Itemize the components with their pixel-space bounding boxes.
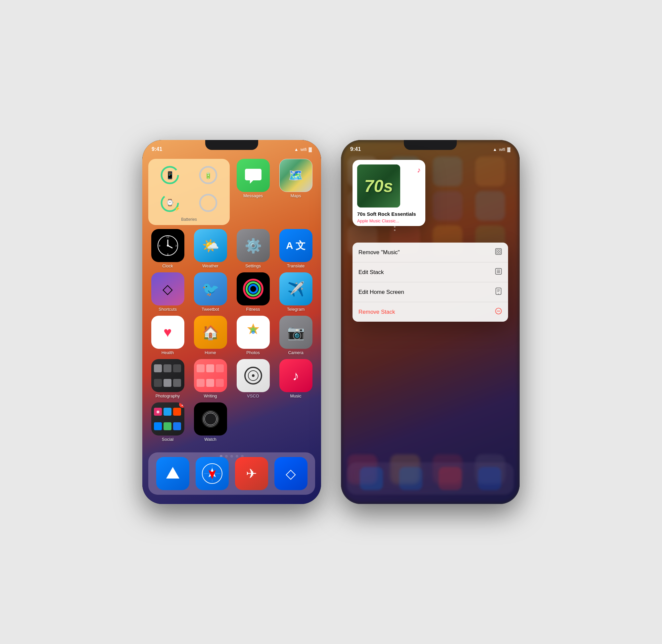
app-telegram[interactable]: ✈️ Telegram [276,272,315,312]
batteries-widget[interactable]: 📱 🔋 ⌚ [148,159,230,225]
app-music[interactable]: ♪ Music [276,359,315,398]
status-time-right: 9:41 [350,146,361,152]
app-icon-messages [237,159,270,192]
status-time-left: 9:41 [152,146,162,152]
dock-dropbox[interactable]: ◇ [274,457,307,490]
menu-item-remove-music[interactable]: Remove "Music" [352,243,508,262]
app-label-clock: Clock [162,263,173,268]
app-label-settings: Settings [245,263,261,268]
dock-spark[interactable]: ✈ [235,457,268,490]
battery-empty-circle [198,193,218,213]
app-tweetbot[interactable]: 🐦 Tweetbot [191,272,230,312]
app-label-maps: Maps [291,193,301,198]
battery-icon-right: ▓ [507,147,510,152]
battery-icon: ▓ [309,147,312,152]
dock-appstore[interactable]: A [156,457,189,490]
remove-stack-label: Remove Stack [359,309,395,315]
app-social[interactable]: ◉ 1 Social [148,402,187,442]
app-maps[interactable]: 🗺️ Maps [276,159,315,225]
music-info: 70s Soft Rock Essentials Apple Music Cla… [357,211,421,223]
app-icon-settings: ⚙️ [237,229,270,262]
svg-text:9: 9 [159,244,160,247]
svg-text:A: A [169,468,176,479]
app-label-telegram: Telegram [287,307,304,312]
right-phone: 9:41 ▲ wifi ▓ 70s [341,140,520,504]
app-label-social: Social [162,437,174,442]
app-photography[interactable]: Photography [148,359,187,398]
app-watch[interactable]: Watch [191,402,230,442]
app-messages[interactable]: Messages [234,159,272,225]
status-icons-left: ▲ wifi ▓ [294,147,312,152]
svg-text:🔋: 🔋 [205,172,212,179]
dock-icon-dropbox: ◇ [274,457,307,490]
svg-point-11 [167,245,169,247]
app-fitness[interactable]: Fitness [234,272,272,312]
app-icon-vsco [237,359,270,392]
dock-safari[interactable] [196,457,229,490]
svg-point-25 [203,412,218,426]
app-vsco[interactable]: VSCO [234,359,272,398]
edit-stack-icon [495,268,502,277]
remove-music-icon [495,248,502,257]
svg-text:6: 6 [167,253,168,256]
app-label-translate: Translate [287,263,305,268]
edit-stack-label: Edit Stack [359,269,384,276]
menu-item-remove-stack[interactable]: Remove Stack [352,302,508,322]
app-label-watch: Watch [204,437,216,442]
widget-dots [394,223,395,231]
batteries-label: Batteries [152,216,226,222]
app-icon-home: 🏠 [194,316,227,349]
app-shortcuts[interactable]: ◇ Shortcuts [148,272,187,312]
app-clock[interactable]: 12 6 9 3 Clock [148,229,187,268]
social-badge: 1 [179,402,184,408]
app-icon-writing [194,359,227,392]
svg-point-18 [249,285,257,293]
battery-watch-circle: ⌚ ⚡ [160,193,180,213]
app-icon-maps: 🗺️ [279,159,313,192]
status-bar-right: 9:41 ▲ wifi ▓ [341,140,520,155]
app-icon-health: ♥ [151,316,184,349]
menu-item-edit-stack[interactable]: Edit Stack [352,262,508,282]
blurred-dock-right [347,462,514,495]
remove-music-label: Remove "Music" [359,249,400,256]
album-title: 70s Soft Rock Essentials [357,211,421,217]
svg-text:📱: 📱 [165,171,175,180]
notch [205,140,258,150]
app-home[interactable]: 🏠 Home [191,316,230,355]
app-photos[interactable]: Photos [234,316,272,355]
svg-point-20 [252,330,255,334]
dock-icon-safari [196,457,229,490]
app-writing[interactable]: Writing [191,359,230,398]
svg-text:12: 12 [166,236,169,238]
edit-home-screen-icon [495,288,502,297]
app-label-messages: Messages [243,193,263,198]
svg-rect-34 [497,250,498,251]
app-icon-tweetbot: 🐦 [194,272,227,305]
app-health[interactable]: ♥ Health [148,316,187,355]
app-label-weather: Weather [202,263,219,268]
signal-icon-right: ▲ [493,147,497,152]
app-camera[interactable]: 📷 Camera [276,316,315,355]
app-icon-camera: 📷 [279,316,313,349]
svg-text:3: 3 [175,244,177,247]
app-label-shortcuts: Shortcuts [159,307,177,312]
svg-rect-37 [499,252,500,253]
svg-rect-35 [499,250,500,251]
music-widget-popup[interactable]: 70s ♪ 70s Soft Rock Essentials Apple Mus… [352,160,425,226]
dock-icon-appstore: A [156,457,189,490]
app-icon-translate: A 文 [279,229,313,262]
app-translate[interactable]: A 文 Translate [276,229,315,268]
app-icon-shortcuts: ◇ [151,272,184,305]
svg-text:⚡: ⚡ [175,206,180,211]
app-weather[interactable]: 🌤️ Weather [191,229,230,268]
svg-point-23 [252,374,254,377]
app-settings[interactable]: ⚙️ Settings [234,229,272,268]
dock: A [148,452,315,495]
app-icon-photography [151,359,184,392]
menu-item-edit-home-screen[interactable]: Edit Home Screen [352,282,508,302]
battery-phone-circle: 📱 [160,165,180,185]
battery-device-circle: 🔋 [198,165,218,185]
app-label-camera: Camera [288,350,303,355]
status-icons-right: ▲ wifi ▓ [493,147,510,152]
app-icon-watch [194,402,227,436]
